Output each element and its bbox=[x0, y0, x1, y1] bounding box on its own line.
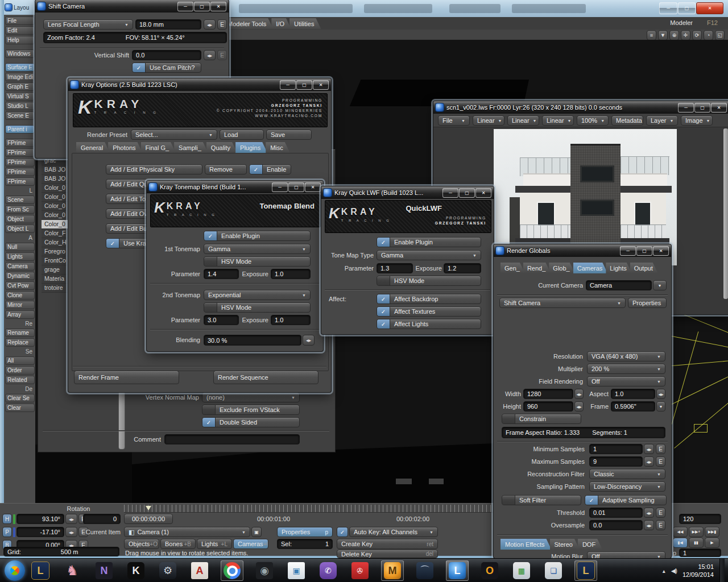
hsv-mode-checkbox-2[interactable]: HSV Mode bbox=[204, 302, 311, 313]
league-game-icon[interactable]: L bbox=[574, 560, 597, 581]
value-stepper[interactable] bbox=[65, 514, 77, 524]
image-viewer-titlebar[interactable]: scn1_v002.lws Fr:0000 Lyr:26 (320 x 240 … bbox=[433, 101, 728, 114]
exclude-vstack-checkbox[interactable]: Exclude From VStack bbox=[202, 405, 300, 415]
aspect-field[interactable]: 1.0 bbox=[611, 389, 655, 399]
focal-length-field[interactable]: 18.0 mm bbox=[135, 19, 201, 30]
save-icon[interactable]: ▼ bbox=[658, 30, 668, 40]
center-icon[interactable]: ⊕ bbox=[669, 30, 679, 40]
value-stepper[interactable] bbox=[65, 527, 77, 537]
kray-options-titlebar[interactable]: Kray Options (2.5 Build 1223 LSC) bbox=[68, 78, 331, 91]
viewer-toolbar-button[interactable]: 100% bbox=[577, 115, 609, 126]
modeler-tab[interactable]: Modeler Tools bbox=[223, 18, 273, 29]
sidebar-item[interactable]: Dynamic bbox=[5, 272, 35, 280]
lightwave-layout-icon[interactable]: L bbox=[446, 560, 469, 581]
vertical-shift-field[interactable]: 0.0 bbox=[132, 50, 201, 60]
sidebar-item[interactable]: Camera bbox=[5, 262, 35, 271]
item-type-button[interactable]: Cameras +C bbox=[233, 539, 268, 549]
current-camera-dropdown-button[interactable]: ▼ bbox=[653, 280, 667, 290]
item-type-button[interactable]: Lights +L bbox=[197, 539, 232, 549]
affect-backdrop-checkbox[interactable]: Affect Backdrop bbox=[377, 294, 481, 304]
kray-tab[interactable]: General bbox=[76, 142, 110, 153]
viewer-toolbar-button[interactable]: File bbox=[438, 115, 470, 126]
exposure2-field[interactable]: 1.0 bbox=[271, 315, 311, 325]
render-globals-tab[interactable]: Output bbox=[630, 263, 658, 273]
value-stepper[interactable] bbox=[574, 389, 584, 399]
lens-mode-select[interactable]: Lens Focal Length bbox=[43, 19, 133, 30]
adaptive-sampling-checkbox[interactable]: Adaptive Sampling bbox=[585, 495, 667, 505]
sidebar-item[interactable]: Help bbox=[5, 36, 35, 44]
sidebar-item[interactable]: FPrime bbox=[5, 177, 35, 186]
use-cam-pitch-checkbox[interactable]: Use Cam Pitch? bbox=[132, 63, 201, 73]
exposure-field[interactable]: 1.2 bbox=[444, 263, 481, 273]
photo-viewer-icon[interactable]: ▣ bbox=[286, 561, 307, 580]
sidebar-item[interactable]: Surface E bbox=[5, 63, 35, 72]
current-item-select[interactable]: ◧ Camera (1) bbox=[124, 527, 250, 537]
load-button[interactable]: Load bbox=[220, 130, 264, 140]
tonemap2-select[interactable]: Exponential bbox=[204, 290, 311, 300]
tonemap1-select[interactable]: Gamma bbox=[204, 244, 311, 254]
list-view-icon[interactable]: ≡ bbox=[647, 30, 656, 40]
blue-arc-app-icon[interactable]: ⌒ bbox=[414, 561, 436, 580]
autocad-icon[interactable]: A bbox=[189, 561, 210, 580]
viewport-toggle-icon[interactable]: ◱ bbox=[715, 30, 725, 40]
kray-tab[interactable]: Plugins bbox=[235, 142, 267, 153]
close-button[interactable] bbox=[653, 246, 669, 256]
channel-button[interactable]: P bbox=[2, 527, 12, 537]
vertex-normal-map-select[interactable]: (none) bbox=[202, 392, 300, 402]
item-type-button[interactable]: Bones +B bbox=[160, 539, 196, 549]
current-frame-field[interactable]: 0 bbox=[83, 514, 121, 524]
frame-size-dropdown-button[interactable]: ▼ bbox=[656, 401, 665, 411]
reconstruction-filter-select[interactable]: Classic bbox=[589, 469, 665, 479]
sidebar-item[interactable]: Clone bbox=[5, 291, 35, 300]
sidebar-item[interactable]: Array bbox=[5, 310, 35, 319]
render-frame-button[interactable]: Render Frame bbox=[74, 371, 179, 384]
enable-plugin-checkbox[interactable]: Enable Plugin bbox=[377, 237, 481, 247]
close-button[interactable] bbox=[696, 2, 723, 14]
sidebar-item[interactable]: Object bbox=[5, 215, 35, 223]
minimize-button[interactable] bbox=[272, 182, 288, 192]
dark-app-icon[interactable]: ◉ bbox=[254, 561, 275, 580]
motion-tab[interactable]: Stereo bbox=[550, 539, 580, 550]
resource-monitor-icon[interactable]: ▦ bbox=[511, 561, 532, 580]
kray-tab[interactable]: Misc bbox=[266, 142, 290, 153]
sidebar-item[interactable]: Null bbox=[5, 243, 35, 251]
sidebar-item[interactable]: FPrime bbox=[5, 148, 35, 157]
maximize-button[interactable] bbox=[194, 2, 210, 11]
sidebar-item[interactable]: Scene E bbox=[5, 111, 35, 120]
minimize-button[interactable] bbox=[442, 188, 458, 198]
parameter-field[interactable]: 1.3 bbox=[377, 263, 413, 273]
sidebar-item[interactable]: Replace bbox=[5, 338, 35, 347]
maximize-button[interactable] bbox=[678, 2, 696, 14]
kray-tab[interactable]: Final G_ bbox=[141, 142, 176, 153]
sidebar-item[interactable]: Image Edi bbox=[5, 73, 35, 81]
quick-lwf-titlebar[interactable]: Kray Quick LWF (Build 1023 L... bbox=[321, 186, 494, 199]
minimize-button[interactable] bbox=[280, 80, 296, 90]
delete-key-button[interactable]: Delete Key del bbox=[337, 550, 438, 558]
viewer-toolbar-button[interactable]: Linear bbox=[507, 115, 539, 126]
motion-tab[interactable]: DOF bbox=[578, 539, 602, 550]
value-stepper[interactable] bbox=[204, 50, 216, 60]
value-stepper[interactable] bbox=[644, 456, 654, 467]
close-button[interactable] bbox=[313, 80, 329, 90]
rotation-value-field[interactable]: 93.10° bbox=[16, 514, 64, 524]
hsv-mode-checkbox[interactable]: HSV Mode bbox=[204, 256, 311, 267]
rotate-icon[interactable]: ⟳ bbox=[692, 30, 702, 40]
sidebar-item[interactable]: Edit bbox=[5, 26, 35, 35]
soft-filter-checkbox[interactable]: Soft Filter bbox=[502, 495, 581, 505]
maximize-button[interactable] bbox=[636, 246, 652, 256]
sidebar-item[interactable]: Clear bbox=[5, 404, 35, 412]
kray-tab[interactable]: Sampli_ bbox=[174, 142, 208, 153]
minimize-button[interactable] bbox=[659, 2, 677, 14]
threshold-field[interactable]: 0.01 bbox=[589, 508, 643, 518]
value-stepper[interactable] bbox=[644, 508, 654, 518]
exposure1-field[interactable]: 1.0 bbox=[271, 269, 311, 279]
render-globals-tab[interactable]: Lights bbox=[606, 263, 631, 273]
transport-button[interactable]: ▮▮ bbox=[689, 538, 704, 548]
resolution-select[interactable]: VGA (640 x 480) bbox=[587, 351, 665, 361]
width-field[interactable]: 1280 bbox=[523, 389, 573, 399]
value-stepper[interactable] bbox=[574, 401, 584, 411]
render-preset-select[interactable]: Select... bbox=[131, 130, 217, 140]
transport-button[interactable]: ▮◀ bbox=[673, 538, 688, 548]
show-desktop-button[interactable] bbox=[719, 559, 725, 582]
kray-tab[interactable]: Photons bbox=[108, 142, 142, 153]
